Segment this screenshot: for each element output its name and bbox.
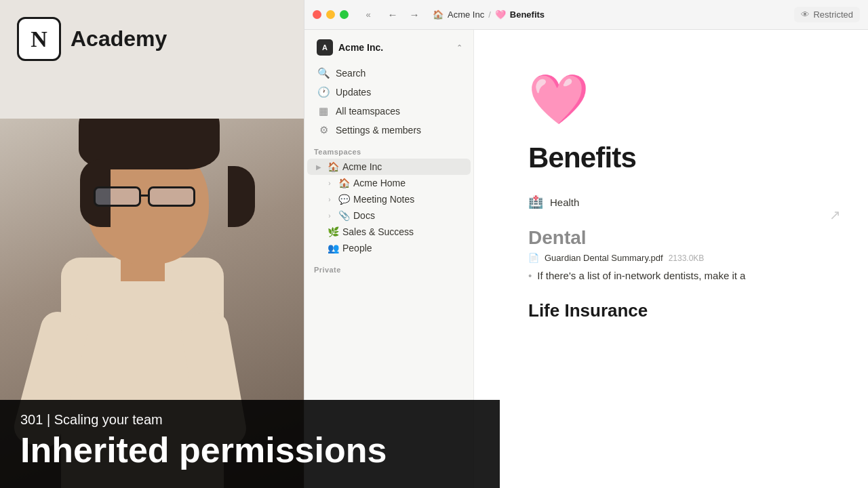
sidebar-tree-docs[interactable]: › 📎 Docs — [307, 207, 471, 224]
search-icon: 🔍 — [317, 67, 330, 79]
main-content: 🩷 Benefits 🏥 Health ↗ Dental 📄 Guardian … — [474, 30, 868, 488]
collapse-sidebar-button[interactable]: « — [359, 6, 377, 24]
sidebar-tree-meeting-notes[interactable]: › 💬 Meeting Notes — [307, 191, 471, 207]
back-button[interactable]: ← — [385, 7, 400, 22]
workspace-name: Acme Inc. — [338, 42, 383, 53]
forward-button[interactable]: → — [407, 7, 422, 22]
acme-inc-icon: 🏠 — [326, 161, 340, 172]
sidebar-tree-acme-inc[interactable]: ▶ 🏠 Acme Inc — [307, 159, 471, 175]
meeting-notes-label: Meeting Notes — [353, 194, 464, 205]
people-label: People — [342, 243, 464, 253]
page-title: Benefits — [528, 142, 814, 174]
eye-icon: 👁 — [801, 9, 810, 20]
cursor-icon: ↗ — [829, 207, 841, 223]
file-pdf-icon: 📄 — [528, 253, 539, 263]
browser-chrome: « ← → 🏠 Acme Inc / 🩷 Benefits 👁 Restrict… — [304, 0, 868, 30]
acme-home-icon: 🏠 — [337, 178, 351, 188]
file-name: Guardian Dental Summary.pdf — [545, 253, 663, 263]
health-item[interactable]: 🏥 Health — [528, 190, 814, 214]
workspace-icon: A — [317, 39, 333, 56]
docs-icon: 📎 — [337, 210, 351, 221]
browser-navigation: ← → — [385, 7, 422, 22]
sidebar-updates-label: Updates — [336, 87, 371, 98]
sales-label: Sales & Success — [342, 226, 464, 237]
meeting-notes-chevron: › — [325, 196, 334, 203]
logo-area: N Academy — [17, 17, 167, 61]
health-label: Health — [550, 197, 579, 208]
private-section-label: Private — [304, 256, 473, 277]
updates-icon: 🕐 — [317, 86, 330, 98]
workspace-selector[interactable]: A Acme Inc. ⌃ — [307, 35, 471, 60]
sidebar-tree-sales[interactable]: 🌿 Sales & Success — [307, 224, 471, 240]
sidebar-search-label: Search — [336, 68, 366, 79]
breadcrumb-home-icon: 🏠 — [433, 9, 443, 20]
notion-logo: N — [17, 17, 61, 61]
sidebar-item-settings[interactable]: ⚙ Settings & members — [307, 121, 471, 140]
file-size: 2133.0KB — [669, 253, 705, 263]
video-series-label: Scaling your team — [54, 412, 163, 427]
docs-chevron: › — [325, 212, 334, 220]
video-series: 301 | Scaling your team — [20, 412, 479, 428]
sales-icon: 🌿 — [326, 226, 340, 237]
workspace-chevron: ⌃ — [456, 43, 462, 52]
page-emoji: 🩷 — [528, 70, 814, 128]
bullet-item: • If there's a list of in-network dentis… — [528, 267, 814, 284]
breadcrumb-current: Benefits — [510, 9, 545, 20]
people-icon: 👥 — [326, 243, 340, 253]
acme-home-chevron: › — [325, 180, 334, 187]
acme-home-label: Acme Home — [353, 178, 464, 188]
sidebar-item-teamspaces[interactable]: ▦ All teamspaces — [307, 102, 471, 121]
sidebar-tree-people[interactable]: 👥 People — [307, 240, 471, 256]
acme-inc-chevron: ▶ — [314, 163, 323, 171]
meeting-notes-icon: 💬 — [337, 194, 351, 205]
video-title: Inherited permissions — [20, 432, 479, 469]
bullet-dot: • — [528, 270, 532, 281]
health-icon: 🏥 — [528, 195, 543, 209]
restricted-badge[interactable]: 👁 Restricted — [794, 7, 860, 22]
life-insurance-title: Life Insurance — [528, 300, 814, 321]
sidebar-item-updates[interactable]: 🕐 Updates — [307, 83, 471, 102]
breadcrumb-separator: / — [488, 9, 491, 20]
teamspaces-section-label: Teamspaces — [304, 140, 473, 159]
breadcrumb-workspace[interactable]: Acme Inc — [448, 9, 484, 20]
dental-section-title: Dental — [528, 227, 814, 249]
restricted-label: Restricted — [813, 9, 853, 20]
traffic-lights — [313, 10, 349, 19]
bullet-text: If there's a list of in-network dentists… — [537, 270, 745, 281]
video-number: 301 — [20, 412, 43, 427]
minimize-button[interactable] — [326, 10, 335, 19]
breadcrumb: 🏠 Acme Inc / 🩷 Benefits — [433, 9, 545, 20]
sidebar-teamspaces-label: All teamspaces — [336, 106, 400, 117]
sidebar-item-search[interactable]: 🔍 Search — [307, 64, 471, 83]
maximize-button[interactable] — [340, 10, 349, 19]
file-attachment[interactable]: 📄 Guardian Dental Summary.pdf 2133.0KB — [528, 249, 814, 267]
breadcrumb-heart-icon: 🩷 — [495, 9, 506, 20]
video-overlay: 301 | Scaling your team Inherited permis… — [0, 400, 500, 488]
settings-icon: ⚙ — [317, 124, 330, 136]
sidebar-settings-label: Settings & members — [336, 125, 421, 136]
academy-label: Academy — [71, 26, 167, 52]
docs-label: Docs — [353, 210, 464, 221]
teamspaces-icon: ▦ — [317, 105, 330, 117]
acme-inc-label: Acme Inc — [342, 161, 464, 172]
sidebar-tree-acme-home[interactable]: › 🏠 Acme Home — [307, 175, 471, 191]
close-button[interactable] — [313, 10, 321, 19]
